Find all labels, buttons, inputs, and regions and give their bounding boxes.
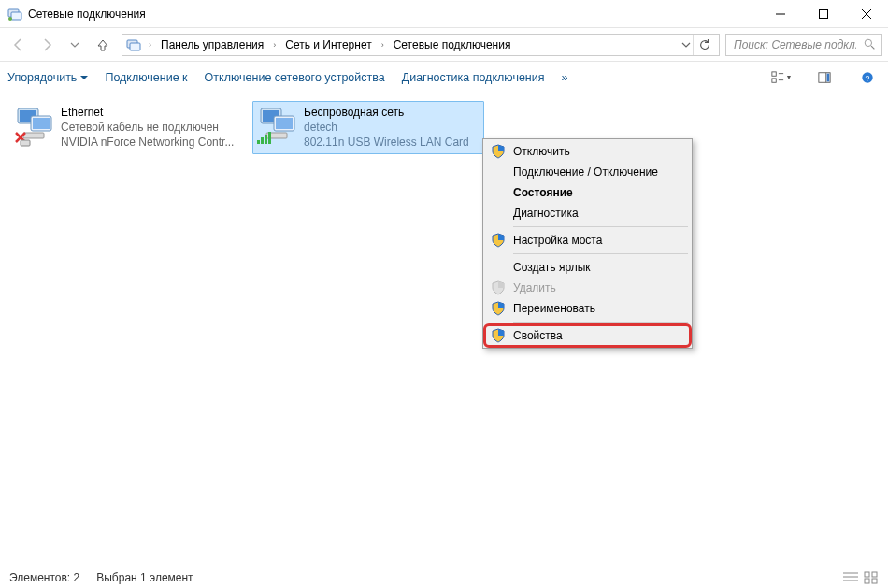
maximize-button[interactable] <box>802 0 845 28</box>
address-history-dropdown[interactable] <box>681 40 691 50</box>
svg-rect-42 <box>865 579 869 583</box>
separator <box>513 322 688 323</box>
large-icons-view-button[interactable] <box>864 571 879 584</box>
svg-rect-31 <box>276 118 293 129</box>
preview-pane-button[interactable] <box>811 67 838 88</box>
svg-rect-12 <box>771 78 775 81</box>
breadcrumb-item[interactable]: Панель управления <box>159 36 265 53</box>
help-button[interactable]: ? <box>854 67 881 88</box>
view-options-button[interactable]: ▼ <box>768 67 795 88</box>
ctx-diagnose[interactable]: Диагностика <box>485 203 690 223</box>
diagnose-button[interactable]: Диагностика подключения <box>402 71 545 84</box>
svg-point-2 <box>8 17 12 21</box>
search-icon[interactable] <box>864 38 876 50</box>
breadcrumb-item[interactable]: Сеть и Интернет <box>283 36 373 53</box>
forward-button[interactable] <box>34 32 60 58</box>
svg-rect-33 <box>257 140 260 144</box>
ctx-bridge[interactable]: Настройка моста <box>485 230 690 251</box>
connection-item-ethernet[interactable]: Ethernet Сетевой кабель не подключен NVI… <box>9 101 241 154</box>
svg-rect-4 <box>820 9 828 18</box>
status-selection: Выбран 1 элемент <box>96 571 193 584</box>
command-bar: Упорядочить Подключение к Отключение сет… <box>0 62 888 93</box>
svg-rect-36 <box>268 132 271 144</box>
status-bar: Элементов: 2 Выбран 1 элемент <box>0 566 888 588</box>
refresh-button[interactable] <box>693 35 715 55</box>
recent-dropdown-button[interactable] <box>62 32 88 58</box>
svg-rect-11 <box>771 71 775 75</box>
window-title: Сетевые подключения <box>28 7 759 21</box>
uac-shield-icon <box>491 144 506 159</box>
minimize-button[interactable] <box>759 0 802 28</box>
connection-name: Беспроводная сеть <box>304 105 469 120</box>
uac-shield-icon <box>491 280 506 295</box>
connection-device: 802.11n USB Wireless LAN Card <box>304 135 469 150</box>
up-button[interactable] <box>90 32 116 58</box>
location-icon <box>126 37 141 52</box>
search-box[interactable] <box>725 34 882 56</box>
svg-text:?: ? <box>866 73 870 82</box>
connect-to-button[interactable]: Подключение к <box>105 71 187 84</box>
ctx-rename[interactable]: Переименовать <box>485 298 690 319</box>
ctx-create-shortcut[interactable]: Создать ярлык <box>485 257 690 278</box>
connection-device: NVIDIA nForce Networking Contr... <box>61 135 234 150</box>
address-bar: › Панель управления › Сеть и Интернет › … <box>0 28 888 62</box>
network-adapter-icon <box>257 105 296 142</box>
connection-text: Беспроводная сеть detech 802.11n USB Wir… <box>304 105 469 151</box>
chevron-right-icon[interactable]: › <box>380 40 386 50</box>
disconnected-overlay-icon <box>14 131 31 142</box>
uac-shield-icon <box>491 301 506 316</box>
connection-item-wireless[interactable]: Беспроводная сеть detech 802.11n USB Wir… <box>252 101 484 154</box>
connection-text: Ethernet Сетевой кабель не подключен NVI… <box>61 105 234 151</box>
svg-rect-43 <box>872 579 877 583</box>
ctx-connect-disconnect[interactable]: Подключение / Отключение <box>485 162 690 182</box>
ctx-disable[interactable]: Отключить <box>485 141 690 162</box>
status-item-count: Элементов: 2 <box>9 571 79 584</box>
ctx-delete: Удалить <box>485 278 690 298</box>
ctx-status[interactable]: Состояние <box>485 182 690 203</box>
content-area[interactable]: Ethernet Сетевой кабель не подключен NVI… <box>0 93 888 566</box>
svg-rect-34 <box>261 137 264 144</box>
back-button[interactable] <box>6 32 32 58</box>
organize-menu[interactable]: Упорядочить <box>7 71 88 84</box>
chevron-right-icon[interactable]: › <box>271 40 278 50</box>
svg-rect-23 <box>33 118 50 129</box>
chevron-right-icon[interactable]: › <box>147 40 153 50</box>
uac-shield-icon <box>491 233 506 248</box>
svg-rect-35 <box>265 135 267 144</box>
breadcrumb[interactable]: › Панель управления › Сеть и Интернет › … <box>122 34 720 56</box>
svg-rect-8 <box>130 43 140 50</box>
svg-rect-1 <box>11 12 21 20</box>
connection-name: Ethernet <box>61 105 234 120</box>
titlebar: Сетевые подключения <box>0 0 888 28</box>
connection-status: detech <box>304 120 469 135</box>
separator <box>513 226 688 227</box>
disable-device-button[interactable]: Отключение сетевого устройства <box>205 71 385 84</box>
svg-line-10 <box>871 46 874 49</box>
window-buttons <box>759 0 888 28</box>
ctx-properties[interactable]: Свойства <box>485 325 690 346</box>
uac-shield-icon <box>491 328 506 343</box>
context-menu: Отключить Подключение / Отключение Состо… <box>482 138 693 349</box>
close-button[interactable] <box>845 0 888 28</box>
toolbar-overflow-button[interactable]: » <box>562 71 568 84</box>
search-input[interactable] <box>732 37 858 52</box>
svg-rect-27 <box>21 140 30 146</box>
connection-status: Сетевой кабель не подключен <box>61 120 234 135</box>
details-view-button[interactable] <box>843 571 858 584</box>
signal-bars-icon <box>257 131 274 142</box>
svg-rect-40 <box>865 572 869 577</box>
separator <box>513 253 688 254</box>
svg-rect-41 <box>872 572 877 577</box>
svg-point-9 <box>865 39 871 46</box>
svg-rect-17 <box>827 73 830 81</box>
network-adapter-icon <box>14 105 53 142</box>
breadcrumb-item[interactable]: Сетевые подключения <box>392 36 513 53</box>
window-sys-icon <box>7 7 22 22</box>
